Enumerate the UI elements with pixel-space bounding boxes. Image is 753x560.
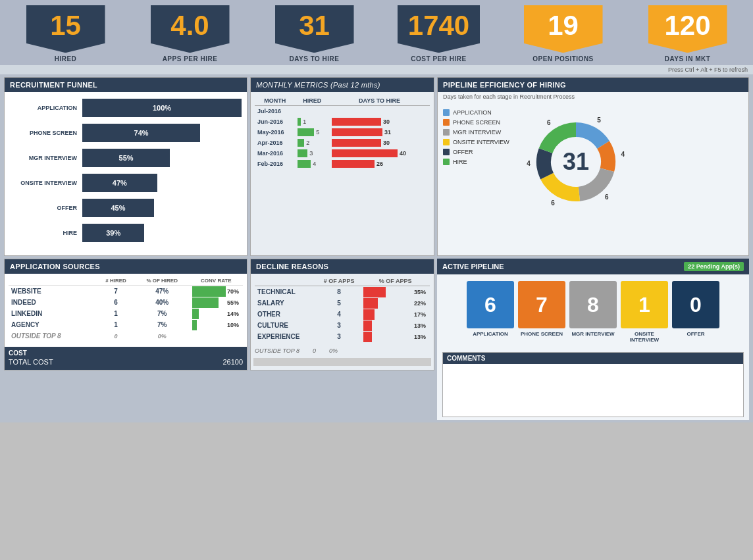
source-pct-hired: 47% xyxy=(135,286,190,297)
funnel-row-label: MGR INTERVIEW xyxy=(10,155,82,161)
kpi-open-badge: 19 xyxy=(524,5,603,53)
kpi-hired: 15 HIRED xyxy=(7,5,124,65)
monthly-content: MONTHHIREDDAYS TO HIREJul-2016 Jun-2016 … xyxy=(251,92,434,173)
funnel-bar-container: 39% xyxy=(82,224,242,242)
pipeline-subtitle: Days taken for each stage in Recruitment… xyxy=(438,92,748,104)
legend-item: MGR INTERVIEW xyxy=(443,129,515,136)
decline-reason: CULTURE xyxy=(255,320,317,331)
pipeline-stages: 6 APPLICATION 7 PHONE SCREEN 8 MGR INTER… xyxy=(437,274,749,349)
sources-outside-row: OUTSIDE TOP 8 0 0% xyxy=(9,330,243,342)
funnel-bar: 100% xyxy=(82,99,242,117)
decline-pct-label: 13% xyxy=(414,320,426,331)
pipeline-stage-box: 8 MGR INTERVIEW xyxy=(569,281,617,343)
donut-center-value: 31 xyxy=(563,148,589,176)
legend-color xyxy=(443,129,450,136)
monthly-row: Apr-2016 2 30 xyxy=(255,138,430,148)
main-grid: RECRUITMENT FUNNEL APPLICATION 100% PHON… xyxy=(0,74,753,422)
stage-number: 8 xyxy=(569,281,617,328)
funnel-bar-container: 74% xyxy=(82,124,242,142)
decline-reason: SALARY xyxy=(255,297,317,309)
funnel-bar: 74% xyxy=(82,124,200,142)
monthly-month: Mar-2016 xyxy=(255,148,295,159)
sources-col-header: CONV RATE xyxy=(190,276,243,286)
stage-number: 6 xyxy=(467,281,514,328)
decline-pct-cell: 13% xyxy=(361,320,430,331)
pipeline-header: PIPELINE EFFICIENCY OF HIRING xyxy=(438,78,748,92)
decline-row: OTHER 4 17% xyxy=(255,309,430,320)
decline-table: # OF APPS% OF APPS TECHNICAL 8 35% SALAR… xyxy=(255,276,430,342)
legend-label: ONSITE INTERVIEW xyxy=(453,139,509,145)
source-conv-cell: 70% xyxy=(190,286,243,297)
stage-label: MGR INTERVIEW xyxy=(571,331,614,337)
legend-item: PHONE SCREEN xyxy=(443,119,515,126)
cost-value: 26100 xyxy=(222,358,243,366)
monthly-hired-cell: 5 xyxy=(295,127,329,138)
legend-color xyxy=(443,159,450,165)
monthly-days-cell: 31 xyxy=(329,127,430,138)
monthly-row: Feb-2016 4 26 xyxy=(255,159,430,169)
active-title: ACTIVE PIPELINE xyxy=(442,263,504,270)
kpi-apps-label: APPS PER HIRE xyxy=(163,55,218,65)
funnel-header: RECRUITMENT FUNNEL xyxy=(5,78,247,92)
pipeline-panel: PIPELINE EFFICIENCY OF HIRING Days taken… xyxy=(437,77,749,256)
decline-apps: 5 xyxy=(317,297,361,309)
cost-label: TOTAL COST xyxy=(9,358,53,366)
active-pipeline-panel: ACTIVE PIPELINE 22 Pending App(s) 6 APPL… xyxy=(437,259,749,420)
legend-item: APPLICATION xyxy=(443,109,515,116)
kpi-open-positions: 19 OPEN POSITIONS xyxy=(504,5,622,65)
kpi-cost-per-hire: 1740 COST PER HIRE xyxy=(380,5,498,65)
funnel-bar: 39% xyxy=(82,224,144,242)
source-pct-hired: 7% xyxy=(135,308,190,319)
monthly-month: Jun-2016 xyxy=(255,116,295,127)
monthly-days-cell: 40 xyxy=(329,148,430,159)
funnel-row: HIRE 39% xyxy=(10,224,242,242)
donut-segment xyxy=(540,173,580,201)
conv-label: 14% xyxy=(227,309,239,319)
decline-scrollbar[interactable] xyxy=(253,358,431,366)
decline-pct-label: 22% xyxy=(414,298,426,309)
monthly-hired-cell: 3 xyxy=(295,148,329,159)
sources-row: AGENCY 1 7% 10% xyxy=(9,319,243,330)
conv-label: 55% xyxy=(227,297,239,308)
sources-row: LINKEDIN 1 7% 14% xyxy=(9,308,243,319)
legend-label: HIRE xyxy=(453,159,467,165)
kpi-hired-label: HIRED xyxy=(55,55,77,65)
source-name: WEBSITE xyxy=(9,286,97,297)
decline-col-header: % OF APPS xyxy=(361,276,430,286)
source-conv-cell: 10% xyxy=(190,319,243,330)
source-conv-cell: 14% xyxy=(190,308,243,319)
decline-row: SALARY 5 22% xyxy=(255,297,430,309)
kpi-bar: 15 HIRED 4.0 APPS PER HIRE 31 DAYS TO HI… xyxy=(0,0,753,65)
comments-body xyxy=(443,364,743,417)
donut-label: 4 xyxy=(527,160,531,167)
donut-label: 6 xyxy=(605,193,609,201)
funnel-row: MGR INTERVIEW 55% xyxy=(10,149,242,167)
decline-reason: EXPERIENCE xyxy=(255,331,317,342)
funnel-row-label: PHONE SCREEN xyxy=(10,130,82,136)
monthly-panel: MONTHLY METRICS (Past 12 mths) MONTHHIRE… xyxy=(250,77,434,256)
decline-reason: OTHER xyxy=(255,309,317,320)
cost-section: COSTTOTAL COST26100 xyxy=(5,347,247,370)
decline-reason: TECHNICAL xyxy=(255,286,317,298)
source-name: AGENCY xyxy=(9,319,97,330)
source-name: INDEED xyxy=(9,297,97,308)
funnel-bar: 55% xyxy=(82,149,170,167)
monthly-col-header: HIRED xyxy=(295,96,329,106)
decline-outside-apps: 0 xyxy=(313,347,316,354)
kpi-cost-label: COST PER HIRE xyxy=(411,55,466,65)
decline-col-header xyxy=(255,276,317,286)
kpi-hired-badge: 15 xyxy=(26,5,105,53)
legend-color xyxy=(443,119,450,126)
monthly-days-cell xyxy=(329,106,430,117)
stage-number: 1 xyxy=(621,281,668,328)
source-conv-cell: 55% xyxy=(190,297,243,308)
monthly-row: May-2016 5 31 xyxy=(255,127,430,138)
donut-label: 4 xyxy=(621,151,625,158)
monthly-days-cell: 30 xyxy=(329,116,430,127)
pipeline-content: APPLICATION PHONE SCREEN MGR INTERVIEW O… xyxy=(438,104,748,220)
funnel-row-label: APPLICATION xyxy=(10,105,82,111)
pipeline-stage-box: 6 APPLICATION xyxy=(467,281,514,343)
stage-number: 7 xyxy=(518,281,565,328)
donut-label: 6 xyxy=(547,119,551,126)
legend-label: APPLICATION xyxy=(453,109,492,116)
